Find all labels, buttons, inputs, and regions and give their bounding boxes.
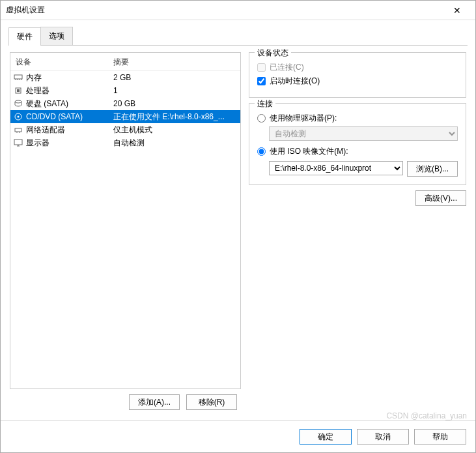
device-name: 内存: [26, 72, 113, 83]
svg-point-7: [15, 100, 21, 103]
window-title: 虚拟机设置: [6, 5, 444, 16]
device-summary: 20 GB: [113, 99, 236, 108]
close-icon[interactable]: ✕: [444, 5, 470, 16]
svg-rect-13: [14, 139, 22, 145]
device-summary: 1: [113, 86, 236, 95]
device-row[interactable]: 显示器自动检测: [10, 136, 240, 149]
net-icon: [13, 125, 23, 134]
connect-poweron-checkbox[interactable]: [257, 77, 266, 85]
device-list[interactable]: 内存2 GB处理器1硬盘 (SATA)20 GBCD/DVD (SATA)正在使…: [10, 71, 240, 388]
list-header: 设备 摘要: [10, 53, 240, 71]
connect-poweron-label: 启动时连接(O): [270, 76, 320, 87]
remove-button[interactable]: 移除(R): [186, 394, 237, 410]
cd-icon: [13, 112, 23, 121]
use-physical-row[interactable]: 使用物理驱动器(P):: [257, 113, 458, 124]
svg-rect-10: [15, 128, 21, 132]
device-status-group: 设备状态 已连接(C) 启动时连接(O): [249, 52, 466, 98]
browse-button[interactable]: 浏览(B)...: [407, 161, 458, 177]
device-row[interactable]: 处理器1: [10, 84, 240, 97]
device-name: 硬盘 (SATA): [26, 98, 113, 110]
device-list-panel: 设备 摘要 内存2 GB处理器1硬盘 (SATA)20 GBCD/DVD (SA…: [10, 52, 241, 389]
tab-options[interactable]: 选项: [40, 27, 73, 45]
display-icon: [13, 138, 23, 147]
use-iso-row[interactable]: 使用 ISO 映像文件(M):: [257, 146, 458, 157]
help-button[interactable]: 帮助: [414, 429, 466, 445]
header-device: 设备: [16, 57, 113, 68]
device-name: 显示器: [26, 138, 113, 149]
device-name: 网络适配器: [26, 124, 113, 136]
left-buttons: 添加(A)... 移除(R): [10, 389, 241, 415]
titlebar: 虚拟机设置 ✕: [1, 1, 475, 20]
connected-checkbox: [257, 63, 266, 72]
advanced-button[interactable]: 高级(V)...: [415, 190, 466, 206]
device-status-title: 设备状态: [255, 48, 291, 59]
tab-hardware[interactable]: 硬件: [8, 27, 41, 46]
connection-group: 连接 使用物理驱动器(P): 自动检测 使用 ISO 映像文件(M): E:: [249, 103, 466, 185]
iso-path-select[interactable]: E:\rhel-8.0-x86_64-linuxprot: [269, 161, 403, 175]
content: 硬件 选项 设备 摘要 内存2 GB处理器1硬盘 (SATA)20 GBCD/D…: [1, 20, 475, 420]
device-summary: 自动检测: [113, 138, 236, 149]
cpu-icon: [13, 86, 23, 95]
device-summary: 正在使用文件 E:\rhel-8.0-x86_...: [113, 111, 236, 123]
device-row[interactable]: 网络适配器仅主机模式: [10, 123, 240, 136]
device-summary: 仅主机模式: [113, 124, 236, 136]
ok-button[interactable]: 确定: [300, 429, 352, 445]
connected-label: 已连接(C): [270, 62, 304, 73]
use-physical-radio[interactable]: [257, 114, 266, 123]
connected-checkbox-row: 已连接(C): [257, 62, 458, 73]
main-area: 设备 摘要 内存2 GB处理器1硬盘 (SATA)20 GBCD/DVD (SA…: [8, 46, 468, 418]
device-row[interactable]: 内存2 GB: [10, 71, 240, 84]
footer: 确定 取消 帮助: [1, 420, 475, 452]
add-button[interactable]: 添加(A)...: [129, 394, 180, 410]
use-iso-label: 使用 ISO 映像文件(M):: [270, 146, 348, 157]
physical-drive-select: 自动检测: [269, 126, 458, 141]
svg-point-9: [18, 116, 20, 118]
device-row[interactable]: 硬盘 (SATA)20 GB: [10, 97, 240, 110]
svg-rect-0: [14, 75, 22, 79]
use-iso-radio[interactable]: [257, 147, 266, 156]
connect-poweron-row[interactable]: 启动时连接(O): [257, 76, 458, 87]
disk-icon: [13, 99, 23, 108]
use-physical-label: 使用物理驱动器(P):: [270, 113, 337, 124]
header-summary: 摘要: [113, 57, 235, 68]
device-row[interactable]: CD/DVD (SATA)正在使用文件 E:\rhel-8.0-x86_...: [10, 110, 240, 123]
tabs: 硬件 选项: [8, 27, 468, 46]
cancel-button[interactable]: 取消: [357, 429, 409, 445]
device-summary: 2 GB: [113, 73, 236, 82]
device-name: 处理器: [26, 85, 113, 96]
advanced-row: 高级(V)...: [249, 190, 466, 206]
svg-rect-6: [17, 89, 20, 92]
right-panel: 设备状态 已连接(C) 启动时连接(O) 连接 使用物理驱动器(P):: [249, 52, 466, 415]
device-name: CD/DVD (SATA): [26, 112, 113, 121]
memory-icon: [13, 73, 23, 82]
connection-title: 连接: [255, 98, 275, 110]
